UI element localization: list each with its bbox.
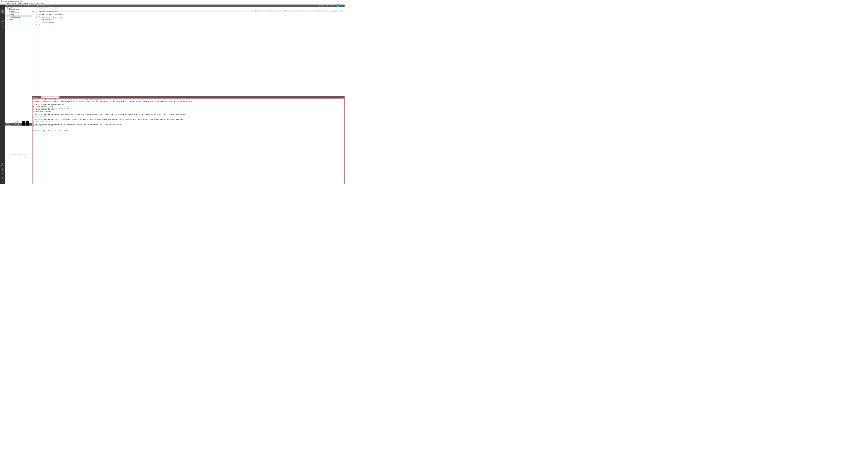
svg-rect-11 — [29, 5, 29, 6]
tree-node[interactable]: ▾Headers — [5, 10, 32, 12]
line-number[interactable]: 1 — [34, 7, 37, 9]
dropdown-icon[interactable]: ⌄ — [23, 5, 24, 6]
menu-item[interactable]: 文件(F) — [0, 2, 6, 5]
code-line[interactable]: #include "mainwindow.h" — [39, 7, 344, 9]
expand-arrow-icon[interactable]: ▸ — [7, 19, 8, 20]
svg-text:c++: c++ — [10, 16, 11, 17]
mode-label: 设计 — [2, 16, 4, 18]
window-maximize-button[interactable]: ☐ — [337, 0, 340, 2]
build-button[interactable] — [0, 180, 5, 184]
code-line[interactable]: } — [39, 24, 344, 25]
h-icon: h — [10, 12, 11, 14]
mode-edit[interactable]: 编辑 — [0, 9, 5, 14]
code-line[interactable]: return a.exec(); — [39, 22, 344, 24]
design-icon — [2, 14, 4, 17]
svg-rect-1 — [3, 6, 3, 7]
encoding-selector[interactable]: Windows (CRLF) — [318, 5, 330, 6]
mode-help[interactable]: 帮助 — [0, 27, 5, 31]
line-number[interactable]: 10 — [34, 22, 37, 24]
col-indicator[interactable]: l: 1 — [340, 5, 344, 6]
svg-rect-12 — [7, 7, 8, 9]
line-number[interactable]: 9 — [34, 20, 37, 22]
line-indicator[interactable]: Line: — [330, 5, 335, 6]
search-icon — [42, 97, 43, 98]
info-marker-icon[interactable]: i — [32, 10, 34, 12]
code-line[interactable]: w.show(); — [39, 20, 344, 22]
run-button[interactable] — [0, 172, 5, 176]
tree-node[interactable]: hmainwindow.h — [5, 12, 32, 14]
menu-item[interactable]: 工具(I) — [29, 2, 33, 5]
mode-bug[interactable]: Debug — [0, 18, 5, 22]
tree-node[interactable]: ▸Forms — [5, 19, 32, 20]
hammer-icon — [1, 181, 4, 183]
mode-design[interactable]: 设计 — [0, 14, 5, 18]
code-line[interactable]: int main(int argc, char *argv[]) — [39, 14, 344, 15]
code-line[interactable]: MainWindow w; — [39, 19, 344, 20]
debug-button[interactable] — [0, 176, 5, 180]
line-number[interactable]: 5 — [34, 14, 37, 15]
line-number[interactable]: 8 — [34, 19, 37, 20]
code-line[interactable]: { — [39, 15, 344, 17]
nav-forward-button[interactable]: › — [34, 5, 36, 6]
code-line[interactable] — [39, 25, 344, 27]
menu-item[interactable]: 帮助(H) — [39, 2, 45, 5]
line-number[interactable]: 12 — [34, 25, 37, 27]
maximize-output-button[interactable]: ⤢ — [342, 96, 344, 98]
line-number[interactable]: 2 — [34, 9, 37, 10]
tree-node-label: cppCheck_test.pro — [10, 9, 20, 10]
expand-arrow-icon[interactable]: ▾ — [7, 11, 8, 11]
inline-diagnostic-banner[interactable]: i Include file: <QApplication> not found… — [255, 10, 345, 11]
expand-arrow-icon[interactable]: ▾ — [6, 7, 7, 8]
menu-item[interactable]: 调试(D) — [17, 2, 23, 5]
project-tree[interactable]: ▾cppCheck_testcppCheck_test.pro▾Headersh… — [5, 7, 32, 123]
folder-icon — [9, 10, 10, 12]
code-line[interactable]: QApplication a(argc, argv); — [39, 17, 344, 19]
expand-arrow-icon[interactable]: ▾ — [7, 14, 8, 15]
qt-app-icon — [1, 0, 2, 2]
close-file-button[interactable]: ✕ — [46, 5, 48, 6]
close-panel-icon[interactable]: ✕ — [30, 124, 32, 125]
output-pane-title[interactable]: 概要信息 — [33, 96, 39, 98]
symbol-selector[interactable]: # — [48, 5, 51, 6]
line-number[interactable]: 7 — [34, 17, 37, 19]
mode-grid[interactable]: 欢迎 — [0, 5, 5, 9]
pro-icon — [9, 9, 10, 10]
tree-node-label: Sources — [10, 14, 14, 15]
filter-icon[interactable] — [24, 5, 26, 6]
tree-node[interactable]: cppCheck_test.pro — [5, 9, 32, 10]
close-panel-icon[interactable]: ✕ — [30, 5, 32, 6]
menu-item[interactable]: 编辑(E) — [6, 2, 11, 5]
menu-item[interactable]: 构建(B) — [11, 2, 17, 5]
window-minimize-button[interactable]: — — [333, 0, 336, 2]
svg-text:h: h — [11, 12, 11, 13]
file-icon: 📄 — [36, 5, 38, 6]
window-close-button[interactable]: ✕ — [341, 0, 344, 2]
line-number[interactable]: 11 — [34, 24, 37, 25]
editor-filename[interactable]: main.cpp — [38, 5, 45, 6]
output-filter-input[interactable] — [41, 96, 59, 98]
tree-node[interactable]: c++main.cpp — [5, 15, 32, 17]
mode-label: 帮助 — [2, 29, 4, 31]
link-icon[interactable] — [26, 5, 28, 6]
nav-back-button[interactable]: ‹ — [33, 5, 34, 6]
next-item-button[interactable]: › — [40, 97, 41, 98]
line-number[interactable]: 3 — [34, 10, 37, 12]
menu-item[interactable]: 控件(W) — [34, 2, 39, 5]
line-number[interactable]: 4 — [34, 12, 37, 14]
menu-item[interactable]: Analyze — [23, 2, 29, 4]
kit-selector[interactable]: cppCh…_test — [0, 163, 5, 167]
output-pane-body[interactable]: Starting external tool "C:\software\Cppc… — [32, 98, 344, 184]
mode-wrench[interactable]: 项目 — [0, 22, 5, 27]
cpp-icon: c++ — [10, 17, 11, 19]
zoom-out-button[interactable]: − — [62, 96, 64, 98]
code-line[interactable] — [39, 12, 344, 14]
build-config-selector[interactable]: Debug — [0, 167, 5, 172]
project-panel-title[interactable]: 项目 — [6, 5, 23, 6]
split-icon[interactable] — [28, 5, 29, 6]
tree-node[interactable]: ▾Sources — [5, 14, 32, 15]
code-editor[interactable]: i 123456789101112 ▾ i Include file: <QAp… — [32, 7, 344, 96]
zoom-in-button[interactable]: + — [60, 96, 62, 98]
tree-node[interactable]: c++mainwindow.cpp — [5, 17, 32, 19]
tree-node[interactable]: ▾cppCheck_test — [5, 7, 32, 9]
line-number[interactable]: 6 — [34, 15, 37, 17]
